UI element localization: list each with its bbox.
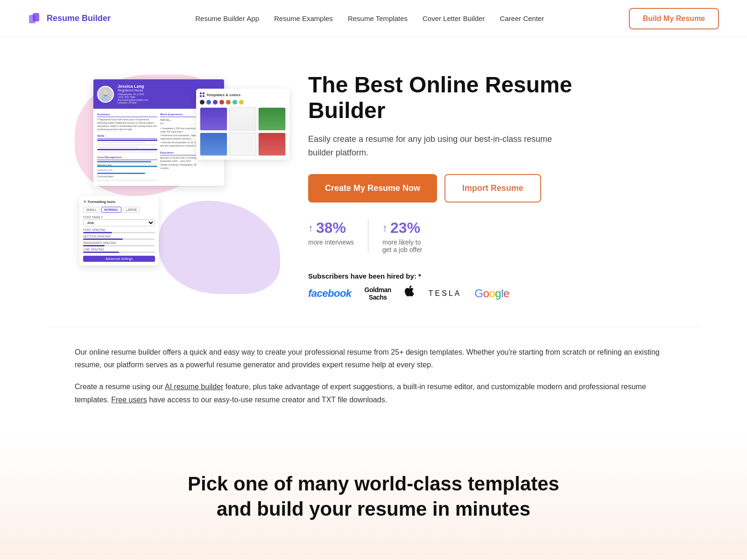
color-dot-red[interactable] [219,100,224,105]
template-thumb-2[interactable] [229,107,257,131]
resume-contact: Philadelphia, PA 12345 (123) 456-7890 je… [118,93,148,104]
hero-buttons: Create My Resume Now Import Resume [308,174,588,203]
hired-by-label: Subscribers have been hired by: * [308,272,588,280]
company-logos: facebook GoldmanSachs TESLA Google [308,286,588,301]
hero-subtitle: Easily create a resume for any job using… [308,133,570,160]
bottom-title: Pick one of many world-class templatesan… [187,471,560,522]
resume-name-role: Jessica Lang Registered Nurse Philadelph… [118,84,148,104]
nav-resume-templates[interactable]: Resume Templates [348,14,408,22]
color-dot-dark[interactable] [200,100,204,105]
goldman-sachs-logo: GoldmanSachs [365,286,391,302]
font-size-normal[interactable]: NORMAL [101,207,121,213]
stat-interviews: ↑ 38% more interviews [308,219,368,246]
template-thumb-4[interactable] [200,133,227,156]
logo-icon [28,11,43,26]
svg-point-3 [100,96,110,101]
stat-interviews-number: ↑ 38% [308,219,354,237]
color-dot-yellow[interactable] [239,100,244,105]
resume-left-col: Summary A Registered Nurse with three ye… [97,112,157,182]
color-dot-blue[interactable] [206,100,211,105]
tesla-logo: TESLA [429,289,462,298]
hero-title: The Best Online Resume Builder [308,72,588,123]
nav-cover-letter[interactable]: Cover Letter Builder [423,14,485,22]
advanced-settings-button[interactable]: Advanced Settings [83,256,155,262]
svg-point-4 [103,90,108,95]
font-size-large[interactable]: LARGE [123,207,140,213]
description-section: Our online resume builder offers a quick… [47,327,700,434]
template-thumb-3[interactable] [258,107,286,131]
resume-avatar [97,86,114,103]
color-dot-orange[interactable] [226,100,231,105]
navbar: Resume Builder Resume Builder App Resume… [0,0,747,37]
stat-job-offer-label: more likely toget a job offer [382,238,422,253]
svg-rect-8 [203,95,204,97]
logo[interactable]: Resume Builder [28,11,111,26]
templates-panel-title: Templates & colors [200,92,286,97]
apple-icon [404,286,416,299]
svg-rect-6 [203,92,204,94]
description-para1: Our online resume builder offers a quick… [75,346,672,371]
skills-section: Skills [97,134,157,153]
hero-section: Jessica Lang Registered Nurse Philadelph… [47,37,700,327]
template-thumb-6[interactable] [258,133,286,156]
hero-content: The Best Online Resume Builder Easily cr… [308,72,588,302]
avatar-image [98,87,113,102]
svg-rect-7 [200,95,202,97]
description-para2: Create a resume using our AI resume buil… [75,380,672,406]
color-dot-purple[interactable] [213,100,218,105]
stat-job-offer: ↑ 23% more likely toget a job offer [368,219,436,253]
management-section: Case Management Wound Care Surgical Care… [97,155,157,181]
line-spacing-slider: LINE SPACING [83,248,155,253]
free-users-link[interactable]: Free users [111,396,147,404]
template-thumbnails [200,107,286,156]
section-spacing-slider: SECTION SPACING [83,235,155,240]
bg-shape-purple [159,201,280,294]
nav-links: Resume Builder App Resume Examples Resum… [195,14,544,23]
svg-rect-5 [200,92,202,94]
stat-interviews-label: more interviews [308,238,354,246]
hero-image-area: Jessica Lang Registered Nurse Philadelph… [75,65,289,308]
resume-name: Jessica Lang [118,84,148,89]
templates-icon [200,92,204,97]
import-resume-button[interactable]: Import Resume [444,174,541,203]
stat-job-offer-number: ↑ 23% [382,219,422,237]
create-resume-button[interactable]: Create My Resume Now [308,174,437,203]
font-family-label: FONT FAMILY [83,216,155,219]
resume-role: Registered Nurse [118,89,148,92]
templates-panel: Templates & colors [196,89,289,160]
font-size-small[interactable]: SMALL [83,207,99,213]
template-thumb-5[interactable] [229,133,257,156]
logo-text: Resume Builder [47,14,111,23]
paragraph-spacing-slider: PARAGRAPH SPACING [83,241,155,246]
bottom-section: Pick one of many world-class templatesan… [0,434,747,560]
nav-resume-builder-app[interactable]: Resume Builder App [195,14,259,22]
template-thumb-1[interactable] [200,107,227,131]
google-logo: Google [474,287,509,300]
color-dot-teal[interactable] [233,100,237,105]
nav-resume-examples[interactable]: Resume Examples [274,14,333,22]
nav-career-center[interactable]: Career Center [500,14,544,22]
formatting-panel: ✕ Formatting tools SMALL NORMAL LARGE FO… [79,196,159,266]
stats-row: ↑ 38% more interviews ↑ 23% more likely … [308,219,588,253]
svg-rect-1 [33,13,39,21]
font-family-row: FONT FAMILY Arial [83,216,155,228]
hired-by-section: Subscribers have been hired by: * facebo… [308,272,588,301]
arrow-up-1: ↑ [308,222,313,234]
build-my-resume-button[interactable]: Build My Resume [629,8,719,29]
formatting-panel-title: ✕ Formatting tools [83,200,155,204]
ai-resume-link[interactable]: AI resume builder [165,383,223,391]
facebook-logo: facebook [308,287,352,300]
color-dots-row [200,100,286,105]
font-spacing-slider: FONT SPACING [83,228,155,233]
font-family-select[interactable]: Arial [83,219,155,226]
apple-logo [404,286,416,301]
arrow-up-2: ↑ [382,222,388,234]
font-size-buttons: SMALL NORMAL LARGE [83,207,155,213]
